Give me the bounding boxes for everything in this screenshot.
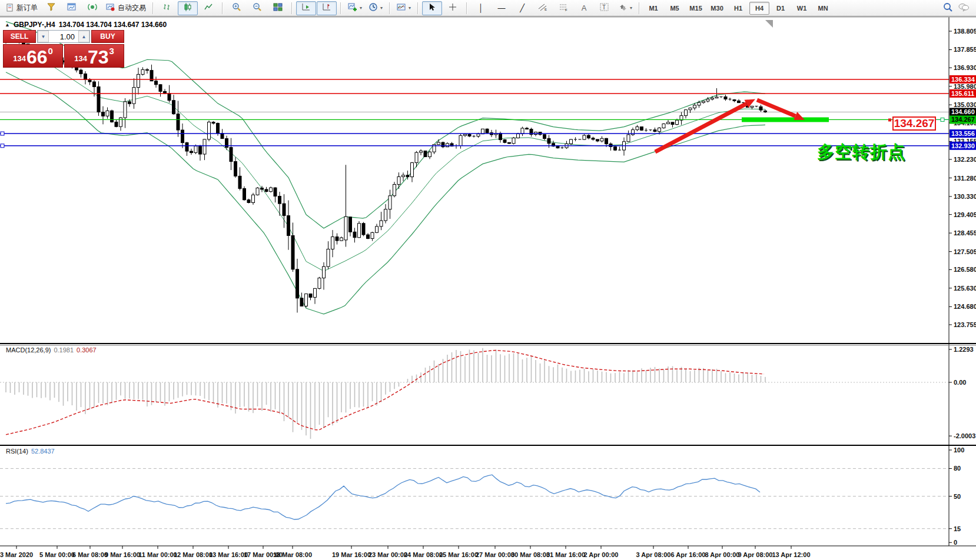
fibonacci-icon: F (559, 3, 568, 13)
price-tick-label: 137.855 (954, 46, 976, 53)
price-tick-label: 129.405 (954, 211, 976, 218)
toolbar-separator (152, 2, 154, 14)
dropdown-caret-icon: ▾ (380, 6, 383, 11)
time-tick-label: 3 Mar 2020 (0, 551, 33, 558)
timeframe-h1-button[interactable]: H1 (728, 2, 748, 15)
volume-input[interactable] (49, 31, 78, 42)
text-icon: A (582, 4, 587, 12)
one-click-trading-panel: SELL ▼ ▲ BUY 134 66 0 134 73 3 (3, 30, 124, 68)
price-tick-label: 124.680 (954, 303, 976, 310)
tile-windows-button[interactable] (268, 1, 288, 15)
rsi-tick-label: 15 (954, 525, 961, 532)
timeframe-m15-button[interactable]: M15 (686, 2, 706, 15)
toolbar-separator (639, 2, 640, 14)
auto-trading-button[interactable]: 自动交易 (103, 1, 149, 15)
line-handle[interactable] (1, 144, 4, 148)
sell-price-main: 66 (26, 49, 48, 65)
toolbar-separator (389, 2, 390, 14)
timeframe-w1-button[interactable]: W1 (792, 2, 812, 15)
price-callout-label[interactable]: 134.267 (892, 116, 936, 131)
chart-shift-button[interactable] (317, 1, 337, 15)
new-chart-button[interactable] (62, 1, 82, 15)
trendline-tool-button[interactable]: ╱ (512, 1, 532, 15)
auto-scroll-button[interactable] (296, 1, 316, 15)
macd-value-signal: 0.3067 (77, 346, 97, 354)
zoom-in-button[interactable] (227, 1, 247, 15)
time-tick-label: 9 Mar 16:00 (105, 551, 140, 558)
support-zone-bar[interactable] (742, 117, 829, 122)
toolbar-right-group (942, 2, 973, 15)
collapse-panel-arrow[interactable]: ▲ (5, 22, 10, 28)
market-depth-button[interactable] (41, 1, 61, 15)
rsi-tick-label: 50 (954, 493, 961, 500)
zoom-out-button[interactable] (247, 1, 267, 15)
time-tick-label: 31 Mar 16:00 (546, 551, 585, 558)
periods-button[interactable]: ▾ (366, 1, 386, 15)
candlestick-icon (183, 2, 192, 14)
horizontal-line-icon: — (498, 4, 506, 12)
ohlc-values: 134.704 134.704 134.647 134.660 (59, 21, 167, 29)
channel-tool-button[interactable]: E (533, 1, 553, 15)
templates-button[interactable]: ▾ (394, 1, 414, 15)
bar-chart-mode-button[interactable] (157, 1, 177, 15)
buy-price-display[interactable]: 134 73 3 (64, 44, 124, 68)
toolbar-separator (222, 2, 223, 14)
signals-button[interactable] (82, 1, 102, 15)
price-tick-label: 132.230 (954, 156, 976, 163)
crosshair-tool-button[interactable] (443, 1, 463, 15)
time-tick-label: 3 Apr 08:00 (636, 551, 671, 558)
text-tool-button[interactable]: A (574, 1, 594, 15)
search-icon[interactable] (942, 2, 953, 15)
macd-tick-label: 1.2293 (954, 346, 974, 353)
sell-price-int: 134 (13, 54, 26, 63)
dropdown-caret-icon: ▾ (409, 6, 411, 11)
buy-button[interactable]: BUY (91, 30, 124, 43)
timeframe-m30-button[interactable]: M30 (707, 2, 727, 15)
timeframe-mn-button[interactable]: MN (813, 2, 833, 15)
timeframe-m1-button[interactable]: M1 (643, 2, 663, 15)
tile-windows-icon (273, 2, 283, 14)
chinese-annotation-text[interactable]: 多空转折点 (817, 141, 905, 164)
toolbar-separator (340, 2, 341, 14)
callout-handle[interactable] (941, 118, 944, 121)
timeframe-m5-button[interactable]: M5 (665, 2, 685, 15)
time-tick-label: 9 Apr 08:00 (738, 551, 773, 558)
add-indicator-button[interactable]: ▾ (345, 1, 365, 15)
auto-scroll-icon (301, 2, 311, 14)
chat-icon[interactable] (958, 2, 970, 15)
price-tick-label: 128.455 (954, 229, 976, 236)
volume-decrease-button[interactable]: ▼ (38, 31, 49, 42)
time-tick-label: 5 Mar 00:00 (39, 551, 75, 558)
cursor-tool-button[interactable] (422, 1, 442, 15)
panel-splitter[interactable] (0, 343, 976, 344)
panel-splitter[interactable] (0, 445, 976, 446)
arrows-tool-button[interactable]: ▾ (615, 1, 635, 15)
price-tick-label: 123.755 (954, 321, 976, 328)
auto-trading-label: 自动交易 (118, 3, 146, 13)
volume-spinner: ▼ ▲ (37, 30, 90, 43)
text-label-tool-button[interactable]: T (595, 1, 615, 15)
callout-handle[interactable] (888, 118, 891, 121)
time-tick-label: 6 Mar 08:00 (72, 551, 108, 558)
price-tick-label: 127.505 (954, 248, 976, 255)
rsi-name: RSI(14) (6, 448, 28, 455)
horizontal-line-tool-button[interactable]: — (492, 1, 512, 15)
line-handle[interactable] (1, 132, 4, 135)
timeframe-group: M1M5M15M30H1H4D1W1MN (643, 2, 833, 15)
vertical-line-tool-button[interactable]: │ (471, 1, 491, 15)
fibonacci-tool-button[interactable]: F (553, 1, 573, 15)
price-marker-label: 132.930 (951, 142, 975, 149)
price-tick-label: 126.580 (954, 266, 976, 273)
line-chart-mode-button[interactable] (198, 1, 218, 15)
timeframe-h4-button[interactable]: H4 (749, 2, 769, 15)
candlestick-mode-button[interactable] (178, 1, 198, 15)
new-order-button[interactable]: 新订单 (3, 1, 41, 15)
periods-icon (369, 2, 378, 14)
svg-text:E: E (545, 8, 547, 11)
timeframe-d1-button[interactable]: D1 (771, 2, 791, 15)
volume-increase-button[interactable]: ▲ (78, 31, 89, 42)
sell-button[interactable]: SELL (3, 30, 36, 43)
chart-canvas[interactable]: 138.805137.855136.930135.980135.030134.1… (0, 0, 976, 560)
sell-price-display[interactable]: 134 66 0 (3, 44, 63, 68)
time-tick-label: 11 Mar 00:00 (138, 551, 177, 558)
